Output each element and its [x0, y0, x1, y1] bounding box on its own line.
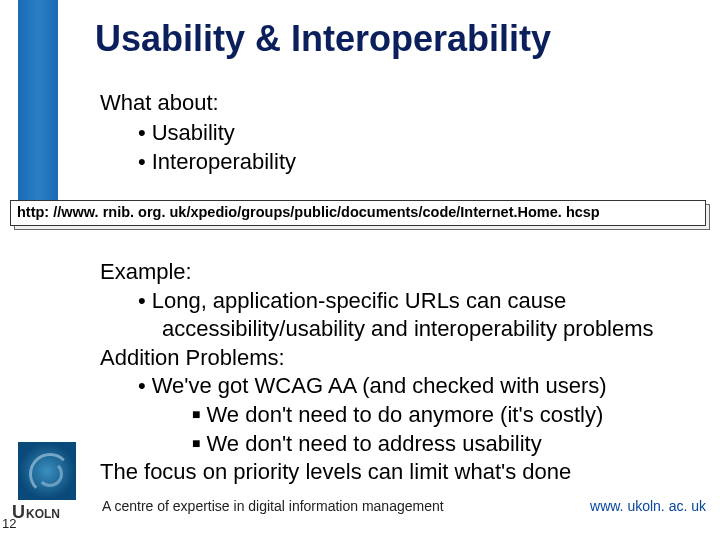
example-bullet-1b: accessibility/usability and interoperabi… [100, 315, 705, 344]
addition-lead: Addition Problems: [100, 344, 705, 373]
example-bullet-1a-text: Long, application-specific URLs can caus… [152, 288, 567, 313]
url-callout: http: //www. rnib. org. uk/xpedio/groups… [10, 200, 710, 230]
logo: U KOLN [14, 442, 104, 523]
example-tail: The focus on priority levels can limit w… [100, 458, 705, 487]
footer-url: www. ukoln. ac. uk [590, 498, 706, 514]
example-bullet-1a: •Long, application-specific URLs can cau… [100, 287, 705, 316]
footer-tagline: A centre of expertise in digital informa… [102, 498, 444, 514]
example-block: Example: •Long, application-specific URL… [100, 258, 705, 487]
intro-bullet-1: •Usability [100, 118, 296, 148]
logo-rest: KOLN [26, 507, 60, 521]
addition-sub-1-text: We don't need to do anymore (it's costly… [206, 402, 603, 427]
page-number: 12 [2, 516, 16, 531]
intro-bullet-2: •Interoperability [100, 147, 296, 177]
logo-swirl-icon [18, 442, 76, 500]
addition-sub-2: ■We don't need to address usability [100, 430, 705, 459]
intro-bullet-2-text: Interoperability [152, 149, 296, 174]
addition-sub-1: ■We don't need to do anymore (it's costl… [100, 401, 705, 430]
addition-bullet-1-text: We've got WCAG AA (and checked with user… [152, 373, 607, 398]
addition-bullet-1: •We've got WCAG AA (and checked with use… [100, 372, 705, 401]
url-callout-text: http: //www. rnib. org. uk/xpedio/groups… [10, 200, 706, 226]
intro-block: What about: •Usability •Interoperability [100, 88, 296, 177]
slide-title: Usability & Interoperability [95, 18, 551, 60]
example-lead: Example: [100, 258, 705, 287]
intro-bullet-1-text: Usability [152, 120, 235, 145]
addition-sub-2-text: We don't need to address usability [206, 431, 541, 456]
intro-lead: What about: [100, 88, 296, 118]
accent-bar [18, 0, 58, 210]
logo-text: U KOLN [12, 502, 104, 523]
